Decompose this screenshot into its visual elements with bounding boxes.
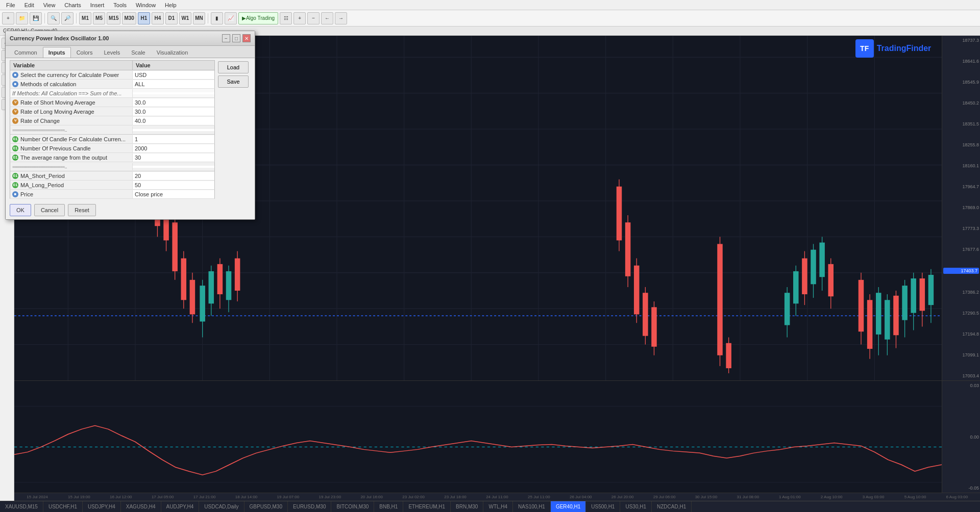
dialog-tabs: Common Inputs Colors Levels Scale Visual… [6, 46, 255, 58]
val-short-ma[interactable]: 30.0 [133, 98, 214, 107]
tab-us30[interactable]: US30,H1 [620, 501, 652, 513]
scroll-left[interactable]: ← [321, 12, 333, 24]
tf-w1[interactable]: W1 [179, 12, 191, 24]
tf-d1[interactable]: D1 [165, 12, 178, 24]
tf-m15[interactable]: M15 [107, 12, 120, 24]
new-chart-btn[interactable]: + [2, 12, 14, 24]
row-price[interactable]: ■ Price Close price [10, 190, 215, 199]
save-btn[interactable]: 💾 [30, 12, 42, 24]
tab-inputs[interactable]: Inputs [43, 47, 71, 58]
dialog-titlebar[interactable]: Currency Power Index Oscillator 1.00 − □… [6, 31, 255, 46]
tab-xagusd[interactable]: XAGUSD,H4 [121, 501, 161, 513]
dialog-minimize-btn[interactable]: − [222, 34, 230, 42]
load-btn[interactable]: Load [218, 61, 249, 73]
price-17290: 17290.5 [943, 311, 979, 316]
menu-window[interactable]: Window [132, 1, 160, 9]
val-methods[interactable]: ALL [133, 80, 214, 88]
tf-m5[interactable]: M5 [93, 12, 105, 24]
val-ma-short[interactable]: 20 [133, 172, 214, 180]
zoom-chart-out[interactable]: − [307, 12, 320, 24]
svg-rect-109 [893, 296, 899, 335]
val-long-ma[interactable]: 30.0 [133, 108, 214, 116]
row-num-candle[interactable]: 01 Number Of Candle For Calculate Curren… [10, 135, 215, 144]
tab-usdcad[interactable]: USDCAD,Daily [199, 501, 244, 513]
row-prev-candle[interactable]: 01 Number Of Previous Candle 2000 [10, 144, 215, 153]
row-roc[interactable]: ⅟ Rate of Change 40.0 [10, 116, 215, 125]
tab-ger40[interactable]: GER40,H1 [551, 501, 586, 513]
row-ma-short[interactable]: 01 MA_Short_Period 20 [10, 171, 215, 181]
tab-eurusd[interactable]: EURUSD,M30 [288, 501, 331, 513]
cancel-button[interactable]: Cancel [34, 204, 65, 216]
price-17773: 17773.3 [943, 226, 979, 231]
val-select-currency[interactable]: USD [133, 71, 214, 79]
time-11: 24 Jul 11:00 [476, 495, 518, 499]
val-ma-long[interactable]: 50 [133, 181, 214, 189]
tab-nzdcad[interactable]: NZDCAD,H1 [652, 501, 692, 513]
row-select-currency[interactable]: ■ Select the currency for Calculate Powe… [10, 70, 215, 80]
dialog-close-btn[interactable]: ✕ [242, 34, 251, 42]
menu-insert[interactable]: Insert [86, 1, 109, 9]
tab-audjpy[interactable]: AUDJPY,H4 [161, 501, 200, 513]
zoom-out-btn[interactable]: 🔎 [61, 12, 74, 24]
tab-us500[interactable]: US500,H1 [586, 501, 620, 513]
chart-type-btn[interactable]: ▮ [211, 12, 223, 24]
header-value: Value [133, 61, 214, 70]
tf-m30[interactable]: M30 [122, 12, 136, 24]
tf-h1[interactable]: H1 [138, 12, 150, 24]
val-avg-range[interactable]: 30 [133, 153, 214, 162]
row-long-ma[interactable]: ⅟ Rate of Long Moving Average 30.0 [10, 107, 215, 116]
row-info: If Methods: All Calculation ==> Sum of t… [10, 89, 215, 98]
open-btn[interactable]: 📁 [16, 12, 28, 24]
menu-edit[interactable]: Edit [20, 1, 38, 9]
row-short-ma[interactable]: ⅟ Rate of Short Moving Average 30.0 [10, 98, 215, 107]
zoom-chart-in[interactable]: + [293, 12, 306, 24]
tab-scale[interactable]: Scale [126, 47, 151, 58]
ok-button[interactable]: OK [10, 204, 31, 216]
tab-bnb[interactable]: BNB,H1 [374, 501, 403, 513]
row-avg-range[interactable]: 01 The average range from the output 30 [10, 153, 215, 162]
tab-wtl[interactable]: WTL,H4 [483, 501, 513, 513]
tab-xauusd[interactable]: XAUUSD,M15 [0, 501, 43, 513]
price-17003: 17003.4 [943, 373, 979, 378]
menu-file[interactable]: File [2, 1, 19, 9]
val-prev-candle[interactable]: 2000 [133, 144, 214, 152]
tab-colors[interactable]: Colors [71, 47, 99, 58]
menu-tools[interactable]: Tools [109, 1, 131, 9]
tab-visualization[interactable]: Visualization [151, 47, 194, 58]
grid-btn[interactable]: ☷ [280, 12, 292, 24]
save-btn[interactable]: Save [218, 75, 249, 88]
svg-rect-93 [802, 259, 807, 294]
tf-h4[interactable]: H4 [152, 12, 164, 24]
tab-common[interactable]: Common [9, 47, 43, 58]
tab-gbpusd[interactable]: GBPUSD,M30 [244, 501, 288, 513]
time-0: 15 Jul 2024 [16, 495, 58, 499]
indicator-chart: Currency Power Index USD -0.01 0.03 0.00… [14, 380, 980, 493]
row-ma-long[interactable]: 01 MA_Long_Period 50 [10, 181, 215, 190]
var-prev-candle: 01 Number Of Previous Candle [10, 144, 133, 152]
dialog-maximize-btn[interactable]: □ [232, 34, 240, 42]
scroll-right[interactable]: → [335, 12, 347, 24]
algo-trading-btn[interactable]: ▶ Algo Trading [238, 12, 278, 24]
val-price[interactable]: Close price [133, 190, 214, 198]
tf-m1[interactable]: M1 [79, 12, 91, 24]
tab-bitcoin[interactable]: BITCOIN,M30 [331, 501, 374, 513]
indicators-btn[interactable]: 📈 [225, 12, 237, 24]
menu-charts[interactable]: Charts [60, 1, 85, 9]
row-methods[interactable]: ■ Methods of calculation ALL [10, 80, 215, 89]
tab-brn[interactable]: BRN,M30 [451, 501, 483, 513]
tab-usdchf[interactable]: USDCHF,H1 [43, 501, 83, 513]
menu-help[interactable]: Help [161, 1, 181, 9]
tf-mn[interactable]: MN [193, 12, 205, 24]
logo-icon: TF [860, 44, 869, 53]
tab-nas100[interactable]: NAS100,H1 [513, 501, 551, 513]
tab-ethereum[interactable]: ETHEREUM,H1 [403, 501, 451, 513]
tab-levels[interactable]: Levels [98, 47, 126, 58]
price-current: 17403.7 [943, 268, 979, 274]
menu-view[interactable]: View [39, 1, 60, 9]
tab-usdjpy[interactable]: USDJPY,H4 [83, 501, 121, 513]
reset-button[interactable]: Reset [68, 204, 96, 216]
val-roc[interactable]: 40.0 [133, 117, 214, 125]
val-num-candle[interactable]: 1 [133, 135, 214, 143]
var-ma-long: 01 MA_Long_Period [10, 181, 133, 189]
zoom-in-btn[interactable]: 🔍 [47, 12, 60, 24]
